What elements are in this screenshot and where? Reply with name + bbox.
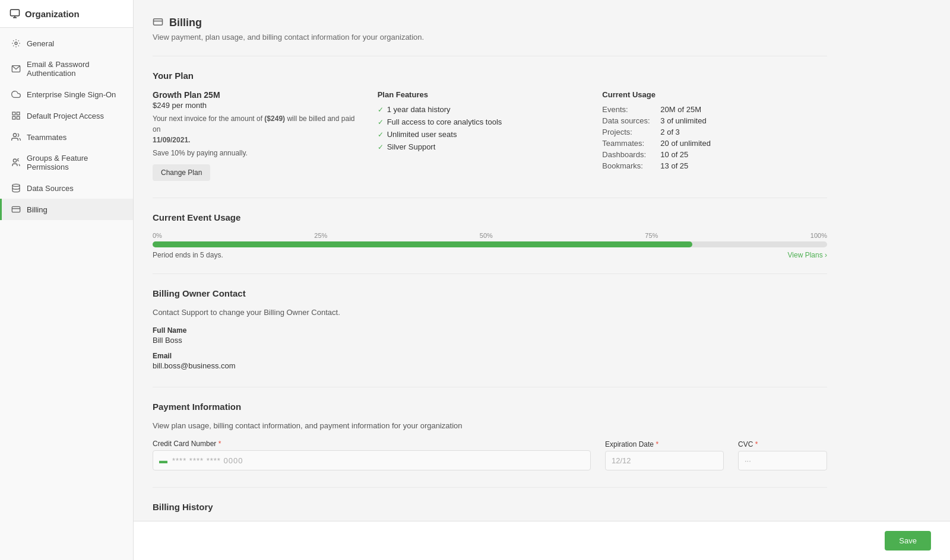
sidebar-item-default-project[interactable]: Default Project Access xyxy=(0,105,133,126)
invoice-date: 11/09/2021. xyxy=(153,136,190,144)
billing-owner-section: Billing Owner Contact Contact Support to… xyxy=(153,288,827,370)
card-placeholder: **** **** **** 0000 xyxy=(172,456,243,465)
usage-row-teammates: Teammates: 20 of unlimited xyxy=(602,139,813,148)
plan-save: Save 10% by paying annually. xyxy=(153,149,363,157)
event-usage-section: Current Event Usage 0% 25% 50% 75% 100% … xyxy=(153,212,827,259)
check-icon-3: ✓ xyxy=(378,131,384,139)
sidebar-item-teammates-label: Teammates xyxy=(27,133,66,142)
org-header: Organization xyxy=(0,0,133,28)
save-bar: Save xyxy=(134,521,950,560)
email-field: Email bill.boss@business.com xyxy=(153,352,827,370)
sidebar-item-general-label: General xyxy=(27,39,54,48)
save-button[interactable]: Save xyxy=(885,531,931,551)
sidebar-item-email-password[interactable]: Email & Password Authentication xyxy=(0,54,133,84)
people-icon xyxy=(11,158,21,167)
svg-rect-7 xyxy=(12,116,15,119)
page-title: Billing xyxy=(169,17,202,29)
sidebar-item-project-label: Default Project Access xyxy=(27,112,104,120)
feature-4: Silver Support xyxy=(387,142,436,151)
usage-label-events: Events: xyxy=(602,105,656,114)
users-icon xyxy=(11,132,21,142)
progress-label-25: 25% xyxy=(314,232,327,239)
your-plan-title: Your Plan xyxy=(153,71,827,81)
expiry-required: * xyxy=(656,440,658,448)
progress-label-100: 100% xyxy=(810,232,827,239)
sidebar-item-general[interactable]: General xyxy=(0,33,133,54)
page-header: Billing xyxy=(153,17,827,29)
billing-icon xyxy=(11,205,21,214)
credit-card-icon: ▬ xyxy=(159,456,167,465)
invoice-amount: ($249) xyxy=(264,114,285,123)
billing-owner-note: Contact Support to change your Billing O… xyxy=(153,308,827,317)
payment-note: View plan usage, billing contact informa… xyxy=(153,421,827,430)
cvc-input[interactable]: ··· xyxy=(738,451,827,470)
svg-rect-12 xyxy=(12,206,20,212)
period-text: Period ends in 5 days. xyxy=(153,251,223,259)
billing-owner-title: Billing Owner Contact xyxy=(153,288,827,298)
main-scroll: Billing View payment, plan usage, and bi… xyxy=(134,0,950,521)
payment-info-title: Payment Information xyxy=(153,402,827,412)
feature-3: Unlimited user seats xyxy=(387,130,457,139)
billing-history-title: Billing History xyxy=(153,502,827,512)
check-icon-1: ✓ xyxy=(378,106,384,114)
feature-1: 1 year data history xyxy=(387,105,451,114)
sidebar: Organization General Email & Password Au… xyxy=(0,0,134,560)
plan-name: Growth Plan 25M xyxy=(153,90,363,100)
sidebar-item-billing-label: Billing xyxy=(27,205,48,214)
usage-label-teammates: Teammates: xyxy=(602,139,656,148)
progress-label-75: 75% xyxy=(645,232,658,239)
sidebar-item-enterprise-sso[interactable]: Enterprise Single Sign-On xyxy=(0,84,133,105)
plan-price: $249 per month xyxy=(153,101,363,110)
usage-row-events: Events: 20M of 25M xyxy=(602,105,813,114)
svg-rect-6 xyxy=(17,112,20,115)
svg-rect-8 xyxy=(17,116,20,119)
progress-label-0: 0% xyxy=(153,232,162,239)
expiry-placeholder: 12/12 xyxy=(612,456,631,465)
usage-value-datasources: 3 of unlimited xyxy=(660,116,706,125)
cvc-placeholder: ··· xyxy=(745,456,751,465)
sidebar-item-teammates[interactable]: Teammates xyxy=(0,126,133,148)
usage-row-datasources: Data sources: 3 of unlimited xyxy=(602,116,813,125)
feature-item: ✓1 year data history xyxy=(378,105,588,114)
plan-grid: Growth Plan 25M $249 per month Your next… xyxy=(153,90,827,181)
usage-label-projects: Projects: xyxy=(602,128,656,136)
svg-point-3 xyxy=(15,42,17,44)
main-wrapper: Billing View payment, plan usage, and bi… xyxy=(134,0,950,560)
payment-fields: Credit Card Number * ▬ **** **** **** 00… xyxy=(153,440,827,470)
usage-value-dashboards: 10 of 25 xyxy=(660,150,688,159)
usage-value-projects: 2 of 3 xyxy=(660,128,680,136)
check-icon-2: ✓ xyxy=(378,118,384,126)
usage-divider xyxy=(153,273,827,274)
sidebar-item-groups[interactable]: Groups & Feature Permissions xyxy=(0,148,133,177)
plan-invoice: Your next invoice for the amount of ($24… xyxy=(153,113,363,145)
sidebar-item-data-sources[interactable]: Data Sources xyxy=(0,177,133,199)
usage-title: Current Usage xyxy=(602,90,813,99)
cloud-icon xyxy=(11,90,21,99)
expiry-label: Expiration Date * xyxy=(605,440,724,448)
expiry-input[interactable]: 12/12 xyxy=(605,451,724,470)
card-number-input[interactable]: ▬ **** **** **** 0000 xyxy=(153,450,591,470)
view-plans-link[interactable]: View Plans › xyxy=(788,251,827,259)
sidebar-item-sso-label: Enterprise Single Sign-On xyxy=(27,90,116,99)
plan-features-col: Plan Features ✓1 year data history ✓Full… xyxy=(378,90,603,181)
payment-info-section: Payment Information View plan usage, bil… xyxy=(153,402,827,470)
change-plan-button[interactable]: Change Plan xyxy=(153,164,210,181)
progress-bar xyxy=(153,241,827,247)
plan-usage-col: Current Usage Events: 20M of 25M Data so… xyxy=(602,90,827,181)
usage-label-bookmarks: Bookmarks: xyxy=(602,161,656,170)
sidebar-nav: General Email & Password Authentication … xyxy=(0,28,133,225)
email-label: Email xyxy=(153,352,827,360)
sidebar-item-groups-label: Groups & Feature Permissions xyxy=(27,154,124,171)
email-value: bill.boss@business.com xyxy=(153,361,827,370)
sidebar-item-billing[interactable]: Billing xyxy=(0,199,133,220)
full-name-label: Full Name xyxy=(153,326,827,335)
progress-labels: 0% 25% 50% 75% 100% xyxy=(153,232,827,239)
progress-footer: Period ends in 5 days. View Plans › xyxy=(153,251,827,259)
svg-point-10 xyxy=(13,159,16,162)
cvc-group: CVC * ··· xyxy=(738,440,827,470)
progress-label-50: 50% xyxy=(480,232,493,239)
your-plan-section: Your Plan Growth Plan 25M $249 per month… xyxy=(153,71,827,181)
plan-features-title: Plan Features xyxy=(378,90,588,99)
settings-icon xyxy=(11,39,21,48)
sidebar-item-email-label: Email & Password Authentication xyxy=(27,60,124,78)
